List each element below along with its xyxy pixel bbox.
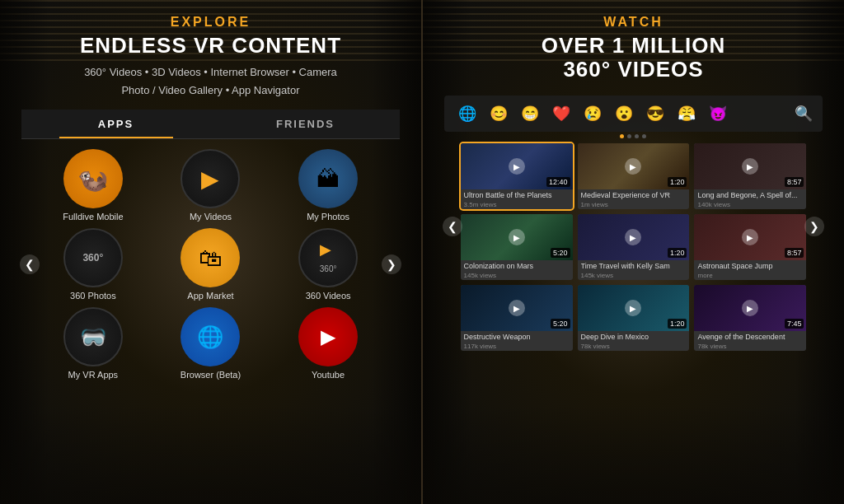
emoji-heart[interactable]: ❤️ — [548, 100, 574, 127]
video-views-4: 145k views — [464, 272, 570, 279]
video-views-9: 78k views — [697, 343, 803, 350]
video-views-5: 145k views — [581, 272, 687, 279]
video-views-2: 1m views — [581, 201, 687, 208]
360photos-label: 360 Photos — [70, 291, 116, 301]
video-thumbnail-1: ▶ 12:40 — [461, 143, 573, 189]
app-appmarket[interactable]: 🛍 App Market — [155, 228, 266, 301]
myvideos-icon: ▶ — [181, 149, 240, 208]
video-thumbnail-6: ▶ 8:57 — [694, 214, 806, 260]
fulldive-label: Fulldive Mobile — [63, 212, 123, 222]
apps-grid: 🦦 Fulldive Mobile ▶ My Videos 🏔 My Photo… — [21, 144, 401, 385]
video-duration-7: 5:20 — [551, 319, 570, 329]
left-panel: EXPLORE ENDLESS VR CONTENT 360° Videos •… — [0, 0, 421, 504]
video-item-2[interactable]: ▶ 1:20 Medieval Experience of VR 1m view… — [578, 143, 690, 209]
video-info-4: Colonization on Mars 145k views — [461, 260, 573, 280]
search-button[interactable]: 🔍 — [795, 105, 813, 123]
video-item-9[interactable]: ▶ 7:45 Avenge of the Descendent 78k view… — [694, 285, 806, 351]
emoji-grin[interactable]: 😁 — [517, 100, 543, 127]
right-panel-content: WATCH OVER 1 MILLION 360° VIDEOS 🌐 😊 😁 ❤… — [423, 0, 844, 351]
video-title-9: Avenge of the Descendent — [697, 333, 803, 343]
video-duration-4: 5:20 — [551, 248, 570, 258]
app-fulldive[interactable]: 🦦 Fulldive Mobile — [38, 149, 149, 222]
app-myvrapps[interactable]: 🥽 My VR Apps — [38, 307, 149, 380]
app-browser[interactable]: 🌐 Browser (Beta) — [155, 307, 266, 380]
watch-title-line1: OVER 1 MILLION — [542, 33, 725, 58]
video-info-1: Ultron Battle of the Planets 3.5m views — [461, 189, 573, 209]
play-icon-6: ▶ — [742, 229, 758, 245]
video-duration-8: 1:20 — [668, 319, 687, 329]
emoji-devil[interactable]: 😈 — [705, 100, 731, 127]
myphotos-icon: 🏔 — [298, 149, 358, 208]
video-item-3[interactable]: ▶ 8:57 Long and Begone, A Spell of... 14… — [694, 143, 806, 209]
play-icon-5: ▶ — [625, 229, 641, 245]
tab-apps[interactable]: APPS — [21, 110, 211, 138]
youtube-icon: ▶ — [298, 307, 358, 366]
video-views-6: more — [697, 272, 803, 279]
video-thumbnail-2: ▶ 1:20 — [578, 143, 690, 189]
video-item-4[interactable]: ▶ 5:20 Colonization on Mars 145k views — [461, 214, 573, 280]
myphotos-label: My Photos — [307, 212, 349, 222]
video-item-6[interactable]: ▶ 8:57 Astronaut Space Jump more — [694, 214, 806, 280]
video-grid: ▶ 12:40 Ultron Battle of the Planets 3.5… — [444, 143, 823, 351]
myvrapps-icon: 🥽 — [63, 307, 123, 366]
app-360photos[interactable]: 360° 360 Photos — [38, 228, 149, 301]
video-info-3: Long and Begone, A Spell of... 140k view… — [694, 189, 806, 209]
play-icon-8: ▶ — [625, 300, 641, 316]
video-info-9: Avenge of the Descendent 78k views — [694, 331, 806, 351]
360videos-label: 360 Videos — [306, 291, 351, 301]
app-360videos[interactable]: ▶360° 360 Videos — [273, 228, 384, 301]
video-nav-right[interactable]: ❯ — [804, 217, 824, 236]
video-thumbnail-9: ▶ 7:45 — [694, 285, 806, 331]
explore-label: EXPLORE — [171, 15, 251, 30]
play-icon-4: ▶ — [509, 229, 525, 245]
video-nav-left[interactable]: ❮ — [443, 217, 462, 236]
video-info-2: Medieval Experience of VR 1m views — [578, 189, 690, 209]
video-views-7: 117k views — [464, 343, 570, 350]
video-title-3: Long and Begone, A Spell of... — [697, 191, 803, 201]
appmarket-icon: 🛍 — [181, 228, 240, 287]
video-item-1[interactable]: ▶ 12:40 Ultron Battle of the Planets 3.5… — [461, 143, 573, 209]
pagination-dots — [620, 134, 646, 138]
emoji-globe[interactable]: 🌐 — [454, 100, 481, 127]
app-youtube[interactable]: ▶ Youtube — [273, 307, 384, 380]
video-info-6: Astronaut Space Jump more — [694, 260, 806, 280]
tab-friends[interactable]: FRIENDS — [211, 110, 401, 138]
emoji-smile[interactable]: 😊 — [485, 100, 512, 127]
floor-gradient-left — [0, 405, 421, 504]
video-item-5[interactable]: ▶ 1:20 Time Travel with Kelly Sam 145k v… — [578, 214, 690, 280]
video-info-8: Deep Dive in Mexico 78k views — [578, 331, 690, 351]
360photos-icon: 360° — [63, 228, 123, 287]
app-myphotos[interactable]: 🏔 My Photos — [273, 149, 384, 222]
video-title-8: Deep Dive in Mexico — [581, 333, 687, 343]
emoji-sad[interactable]: 😢 — [579, 100, 606, 127]
video-grid-container: ❮ ▶ 12:40 Ultron Battle of the Planets 3… — [444, 143, 823, 351]
explore-subtitle: 360° Videos • 3D Videos • Internet Brows… — [84, 63, 337, 100]
myvideos-label: My Videos — [190, 212, 232, 222]
app-tabs: APPS FRIENDS — [21, 110, 401, 139]
emoji-cool[interactable]: 😎 — [642, 100, 668, 127]
video-title-5: Time Travel with Kelly Sam — [581, 262, 687, 272]
explore-title: ENDLESS VR CONTENT — [80, 33, 341, 58]
video-views-8: 78k views — [581, 343, 687, 350]
dot-2 — [627, 134, 631, 138]
browser-icon: 🌐 — [181, 307, 240, 366]
play-icon-7: ▶ — [509, 300, 525, 316]
emoji-angry[interactable]: 😤 — [673, 100, 700, 127]
video-duration-5: 1:20 — [668, 248, 687, 258]
video-views-3: 140k views — [697, 201, 803, 208]
video-thumbnail-8: ▶ 1:20 — [578, 285, 690, 331]
video-duration-3: 8:57 — [785, 177, 804, 187]
app-myvideos[interactable]: ▶ My Videos — [155, 149, 266, 222]
play-icon-3: ▶ — [742, 158, 758, 175]
video-title-1: Ultron Battle of the Planets — [464, 191, 570, 201]
browser-label: Browser (Beta) — [181, 370, 241, 380]
floor-gradient-right — [423, 405, 844, 504]
video-thumbnail-4: ▶ 5:20 — [461, 214, 573, 260]
apps-nav-right[interactable]: ❯ — [382, 254, 401, 274]
watch-title-line2: 360° VIDEOS — [563, 57, 703, 82]
video-item-8[interactable]: ▶ 1:20 Deep Dive in Mexico 78k views — [578, 285, 690, 351]
apps-nav-left[interactable]: ❮ — [20, 254, 40, 274]
emoji-surprised[interactable]: 😮 — [611, 100, 637, 127]
video-duration-9: 7:45 — [785, 319, 804, 329]
video-item-7[interactable]: ▶ 5:20 Destructive Weapon 117k views — [461, 285, 573, 351]
